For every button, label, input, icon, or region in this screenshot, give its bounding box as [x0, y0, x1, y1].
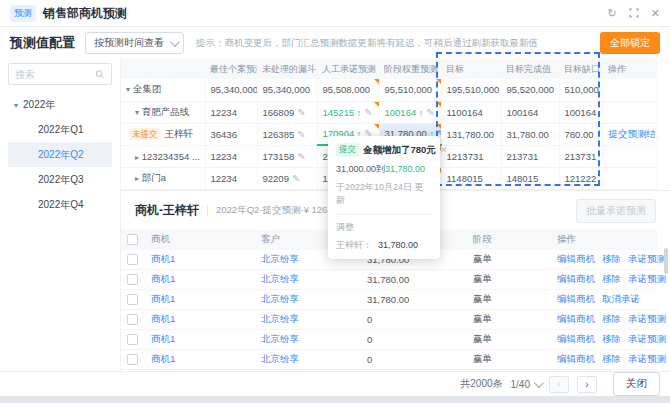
forecast-tag: 预测 [10, 5, 36, 22]
edit-pencil-icon[interactable]: ✎ [297, 107, 305, 118]
opportunities-title: 商机-王梓轩 [135, 202, 199, 219]
amount-cell: 0 [361, 310, 467, 330]
toolbar: 预测值配置 按预测时间查看 提示：商机变更后，部门汇总预测数据更新将有延迟，可稍… [0, 27, 670, 59]
stage-cell: 赢单 [467, 310, 551, 330]
edit-pencil-icon[interactable]: ✎ [426, 107, 434, 118]
col-best: 最佳个案预测 [205, 59, 257, 79]
cell-best: 12234 [205, 167, 257, 189]
edit-pencil-icon[interactable]: ✎ [297, 151, 305, 162]
window-title: 销售部商机预测 [43, 5, 127, 22]
cell-best: 12234 [205, 145, 257, 167]
opportunity-link[interactable]: 商机1 [151, 333, 175, 344]
divider [336, 214, 432, 215]
edit-opportunity-link[interactable]: 编辑商机 [557, 253, 595, 264]
edit-opportunity-link[interactable]: 编辑商机 [557, 273, 595, 284]
row-checkbox[interactable] [127, 334, 138, 345]
edit-pencil-icon[interactable]: ✎ [364, 107, 372, 118]
edit-opportunity-link[interactable]: 编辑商机 [557, 293, 595, 304]
select-all-checkbox[interactable] [127, 234, 138, 245]
commit-forecast-link[interactable]: 承诺预测 [628, 333, 666, 344]
opportunity-link[interactable]: 商机1 [151, 253, 175, 264]
row-checkbox[interactable] [127, 254, 138, 265]
customer-link[interactable]: 北京纷享 [261, 333, 299, 344]
batch-commit-button[interactable]: 批量承诺预测 [576, 199, 656, 223]
caret-down-icon[interactable]: ▾ [135, 108, 139, 117]
row-name: 育肥产品线 [142, 106, 190, 117]
stage-cell: 赢单 [467, 290, 551, 310]
commit-forecast-link[interactable]: 承诺预测 [628, 313, 666, 324]
customer-link[interactable]: 北京纷享 [261, 273, 299, 284]
col-target: 目标 [441, 59, 501, 79]
opportunity-link[interactable]: 商机1 [151, 273, 175, 284]
lock-all-button[interactable]: 全部锁定 [600, 32, 660, 54]
edit-opportunity-link[interactable]: 编辑商机 [557, 313, 595, 324]
cancel-commit-link[interactable]: 取消承诺 [602, 293, 640, 304]
customer-link[interactable]: 北京纷享 [261, 253, 299, 264]
submit-forecast-link[interactable]: 提交预测结果 [609, 128, 658, 139]
edit-opportunity-link[interactable]: 编辑商机 [557, 333, 595, 344]
opportunity-link[interactable]: 商机1 [151, 353, 175, 364]
maximize-icon[interactable] [629, 8, 639, 18]
refresh-icon[interactable]: ↻ [608, 8, 617, 19]
edit-opportunity-link[interactable]: 编辑商机 [557, 353, 595, 364]
caret-down-icon[interactable]: ▾ [126, 85, 130, 94]
total-count: 共2000条 [460, 377, 502, 391]
row-checkbox[interactable] [127, 354, 138, 365]
forecast-dialog: 预测 销售部商机预测 ↻ ✕ 预测值配置 按预测时间查看 提示：商机变更后，部门… [0, 0, 670, 396]
commit-forecast-link[interactable]: 承诺预测 [628, 273, 666, 284]
row-name: 王梓轩 [165, 128, 194, 139]
scrollbar-thumb[interactable] [664, 248, 668, 274]
row-checkbox[interactable] [127, 274, 138, 285]
remove-link[interactable]: 移除 [602, 313, 621, 324]
remove-link[interactable]: 移除 [602, 353, 621, 364]
close-icon[interactable]: ✕ [651, 8, 660, 19]
tree-item-2022q3[interactable]: 2022年Q3 [8, 167, 112, 192]
edit-pencil-icon[interactable]: ✎ [292, 173, 300, 184]
remove-link[interactable]: 移除 [602, 273, 621, 284]
col-ops: 操作 [603, 59, 657, 79]
commit-forecast-link[interactable]: 承诺预测 [628, 253, 666, 264]
commit-forecast-link[interactable]: 承诺预测 [628, 353, 666, 364]
remove-link[interactable]: 移除 [602, 253, 621, 264]
row-checkbox[interactable] [127, 314, 138, 325]
view-mode-select[interactable]: 按预测时间查看 [85, 32, 184, 54]
edit-pencil-icon[interactable]: ✎ [297, 129, 305, 140]
cell-gap: 121222 [559, 167, 603, 189]
close-button[interactable]: 关闭 [613, 372, 660, 396]
opportunity-link[interactable]: 商机1 [151, 293, 175, 304]
tree-item-2022q1[interactable]: 2022年Q1 [8, 117, 112, 142]
opportunity-row: 商机1 北京纷享 0 赢单 编辑商机移除承诺预测 [121, 330, 657, 350]
caret-right-icon[interactable]: ▸ [135, 153, 139, 162]
next-page-button[interactable]: › [577, 376, 597, 393]
cell-funnel: 126385✎ [257, 123, 317, 145]
col-manual: 人工承诺预测 [317, 59, 379, 79]
prev-page-button[interactable]: ‹ [549, 376, 569, 393]
note-corner [436, 102, 441, 107]
sidebar-search[interactable] [8, 63, 112, 85]
customer-link[interactable]: 北京纷享 [261, 293, 299, 304]
popup-close-icon[interactable]: ✕ [440, 145, 448, 155]
opportunity-link[interactable]: 商机1 [151, 313, 175, 324]
cell-achieved: 100164 [501, 101, 559, 123]
caret-right-icon[interactable]: ▸ [135, 174, 139, 183]
customer-link[interactable]: 北京纷享 [261, 353, 299, 364]
popup-updated: 于2022年10月24日 更新 [336, 181, 432, 207]
cell-achieved: 31,780.00 [501, 123, 559, 145]
cell-ops: 提交预测结果 [603, 123, 657, 145]
tree-node-2022[interactable]: ▾ 2022年 [8, 93, 112, 117]
page-size-select[interactable]: 1/40 [511, 379, 541, 390]
amount-from: 31,000.00到 [336, 164, 385, 174]
tree-item-2022q2[interactable]: 2022年Q2 [8, 142, 112, 167]
cell-ops [603, 167, 657, 189]
row-checkbox[interactable] [127, 294, 138, 305]
remove-link[interactable]: 移除 [602, 333, 621, 344]
note-corner [436, 79, 441, 84]
search-input[interactable] [15, 69, 95, 80]
forecast-row-group: ▾ 全集团 95,340,000 95,340,000 95,508,000 9… [121, 79, 657, 101]
opportunity-row: 商机1 北京纷享 0 赢单 编辑商机移除承诺预测 [121, 350, 657, 370]
tree-item-2022q4[interactable]: 2022年Q4 [8, 192, 112, 217]
cell-target: 195,510,000 [441, 79, 501, 101]
submitted-badge: 提交 [336, 143, 359, 157]
customer-link[interactable]: 北京纷享 [261, 313, 299, 324]
title-bar: 预测 销售部商机预测 ↻ ✕ [0, 0, 670, 27]
